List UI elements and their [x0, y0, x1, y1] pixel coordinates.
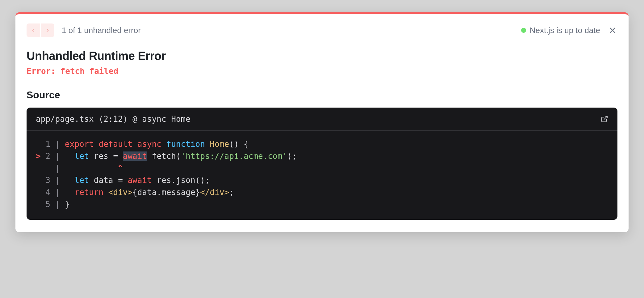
code-line-2: > 2 | let res = await fetch('https://api…: [36, 150, 608, 162]
error-dialog: 1 of 1 unhandled error Next.js is up to …: [15, 12, 629, 232]
dialog-header: 1 of 1 unhandled error Next.js is up to …: [27, 23, 617, 37]
svg-line-2: [604, 116, 607, 120]
status-text: Next.js is up to date: [530, 26, 600, 35]
nav-arrows: [27, 23, 54, 37]
status-dot-icon: [521, 28, 526, 33]
source-heading: Source: [27, 89, 617, 101]
code-line-5: 5 | }: [36, 198, 608, 211]
next-error-button[interactable]: [41, 23, 54, 37]
prev-error-button[interactable]: [27, 23, 40, 37]
nextjs-status: Next.js is up to date: [521, 26, 600, 35]
source-code-block: app/page.tsx (2:12) @ async Home 1 | exp…: [27, 108, 617, 220]
close-button[interactable]: [608, 25, 617, 35]
code-caret-line: | ^: [36, 162, 608, 174]
code-line-1: 1 | export default async function Home()…: [36, 138, 608, 150]
arrow-left-icon: [30, 27, 36, 33]
header-left: 1 of 1 unhandled error: [27, 23, 141, 37]
arrow-right-icon: [44, 27, 51, 33]
header-right: Next.js is up to date: [521, 25, 617, 35]
error-counter: 1 of 1 unhandled error: [62, 26, 141, 35]
source-location: app/page.tsx (2:12) @ async Home: [36, 114, 190, 124]
code-line-3: 3 | let data = await res.json();: [36, 174, 608, 186]
code-body: 1 | export default async function Home()…: [27, 131, 617, 220]
error-message: Error: fetch failed: [27, 66, 617, 76]
external-link-icon: [601, 115, 608, 123]
open-in-editor-button[interactable]: [601, 115, 608, 123]
close-icon: [608, 26, 617, 34]
code-line-4: 4 | return <div>{data.message}</div>;: [36, 186, 608, 198]
error-title: Unhandled Runtime Error: [27, 49, 617, 63]
code-header: app/page.tsx (2:12) @ async Home: [27, 108, 617, 131]
